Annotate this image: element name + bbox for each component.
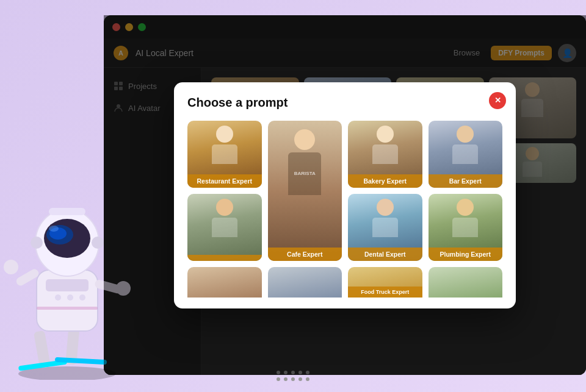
partial-label-3: Food Truck Expert bbox=[348, 287, 422, 298]
cafe-body: BARISTA bbox=[288, 152, 321, 195]
dot bbox=[298, 377, 302, 381]
restaurant-head bbox=[216, 126, 233, 143]
choose-prompt-modal-v2: Choose a prompt ✕ Restaurant Expert BARI… bbox=[174, 82, 516, 308]
bar-body bbox=[452, 144, 478, 164]
modal-prompts-row3: Food Truck Expert bbox=[187, 267, 502, 298]
svg-rect-14 bbox=[46, 279, 89, 291]
empty-head bbox=[216, 199, 233, 216]
svg-point-12 bbox=[67, 294, 73, 301]
svg-point-11 bbox=[55, 294, 61, 301]
prompt-card-partial-3[interactable]: Food Truck Expert bbox=[348, 267, 422, 298]
svg-point-27 bbox=[92, 237, 104, 249]
dot bbox=[291, 377, 295, 381]
prompt-card-partial-4[interactable] bbox=[429, 267, 503, 298]
dots-row-2 bbox=[277, 377, 309, 381]
prompt-card-cafe-v2[interactable]: BARISTA Cafe Expert bbox=[268, 121, 342, 261]
modal-close-button-v2[interactable]: ✕ bbox=[489, 92, 506, 109]
cafe-figure: BARISTA bbox=[268, 121, 342, 261]
prompt-card-empty-row2[interactable] bbox=[187, 194, 262, 261]
dot bbox=[277, 377, 280, 381]
prompt-card-partial-1[interactable] bbox=[187, 267, 262, 298]
prompt-card-bar-v2[interactable]: Bar Expert bbox=[429, 121, 503, 188]
svg-rect-25 bbox=[49, 208, 85, 215]
svg-point-16 bbox=[4, 260, 18, 274]
prompt-card-bakery-v2[interactable]: Bakery Expert bbox=[348, 121, 422, 188]
bar-head bbox=[457, 126, 474, 143]
empty-body bbox=[212, 218, 237, 237]
svg-point-13 bbox=[79, 294, 85, 301]
cafe-card-label: Cafe Expert bbox=[268, 248, 342, 261]
bakery-body bbox=[372, 144, 398, 164]
plumbing-body bbox=[452, 218, 478, 237]
real-modal-layer: Choose a prompt ✕ Restaurant Expert BARI… bbox=[104, 15, 586, 375]
prompt-card-partial-2[interactable] bbox=[268, 267, 342, 298]
restaurant-card-label: Restaurant Expert bbox=[187, 174, 262, 188]
svg-rect-28 bbox=[37, 307, 98, 310]
modal-prompts-grid: Restaurant Expert BARISTA Cafe Expert bbox=[187, 121, 502, 261]
bakery-head bbox=[377, 126, 394, 143]
plumbing-card-label: Plumbing Expert bbox=[429, 248, 503, 261]
plumbing-head bbox=[457, 199, 474, 216]
modal-title-v2: Choose a prompt bbox=[187, 96, 502, 110]
dental-head bbox=[377, 199, 394, 216]
prompt-card-dental-v2[interactable]: Dental Expert bbox=[348, 194, 422, 261]
prompt-card-plumbing-v2[interactable]: Plumbing Expert bbox=[429, 194, 503, 261]
dot bbox=[284, 377, 288, 381]
svg-point-24 bbox=[49, 226, 59, 232]
empty-label bbox=[187, 255, 262, 261]
dental-body bbox=[372, 218, 398, 237]
bar-card-label: Bar Expert bbox=[429, 174, 503, 188]
dental-card-label: Dental Expert bbox=[348, 248, 422, 261]
bakery-card-label: Bakery Expert bbox=[348, 174, 422, 188]
cafe-head bbox=[294, 129, 315, 150]
prompt-card-restaurant-v2[interactable]: Restaurant Expert bbox=[187, 121, 262, 188]
empty-figure bbox=[187, 194, 262, 261]
svg-point-26 bbox=[31, 237, 43, 249]
restaurant-body bbox=[212, 144, 237, 164]
dot bbox=[306, 377, 309, 381]
